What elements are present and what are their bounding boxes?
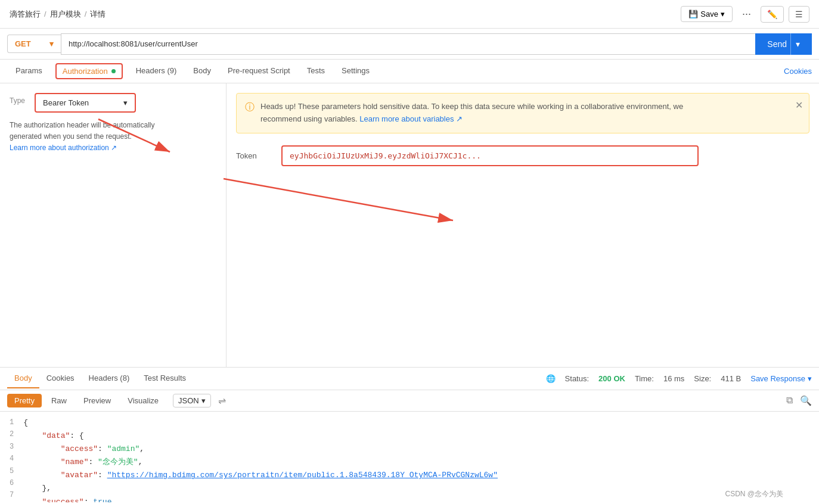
wrap-icon[interactable]: ⇌ [218, 395, 226, 406]
resp-tab-cookies[interactable]: Cookies [39, 369, 82, 388]
code-content: { "data": { "access": "admin", "name": "… [23, 416, 809, 497]
save-label: Save [700, 10, 718, 18]
tab-params[interactable]: Params [7, 60, 51, 82]
method-select[interactable]: GET ▾ [7, 35, 61, 53]
tab-cookies[interactable]: Cookies [784, 67, 812, 76]
auth-left-panel: Type Bearer Token ▾ The authorization he… [0, 83, 227, 367]
time-value: 16 ms [663, 374, 684, 383]
learn-more-link[interactable]: Learn more about authorization ↗ [10, 144, 117, 152]
resp-tab-headers[interactable]: Headers (8) [82, 369, 137, 388]
code-line-5: "avatar": "https://himg.bdimg.com/sys/po… [23, 469, 809, 482]
response-tabs: Body Cookies Headers (8) Test Results 🌐 … [0, 368, 819, 390]
code-line-6: }, [23, 482, 809, 495]
edit-button[interactable]: ✏️ [761, 6, 784, 23]
breadcrumb-sep2: / [85, 10, 87, 18]
send-button[interactable]: Send ▾ [755, 33, 812, 55]
format-chevron-icon: ▾ [201, 396, 206, 405]
tab-pre-request[interactable]: Pre-request Script [219, 60, 299, 82]
save-response-label: Save Response [750, 374, 805, 383]
response-status-bar: 🌐 Status: 200 OK Time: 16 ms Size: 411 B… [546, 374, 812, 383]
type-dropdown[interactable]: Bearer Token ▾ [35, 93, 136, 113]
info-banner: ⓘ Heads up! These parameters hold sensit… [236, 93, 809, 133]
send-chevron-icon[interactable]: ▾ [790, 33, 800, 55]
breadcrumb-part1: 滴答旅行 [10, 9, 41, 20]
code-line-4: "name": "念今为美", [23, 456, 809, 469]
code-line-3: "access": "admin", [23, 443, 809, 456]
size-label: Size: [694, 374, 711, 383]
status-label: Status: [565, 374, 589, 383]
info-text: Heads up! These parameters hold sensitiv… [260, 101, 801, 126]
info-link[interactable]: Learn more about variables ↗ [359, 114, 463, 123]
type-label: Type [10, 97, 25, 105]
tab-settings[interactable]: Settings [333, 60, 378, 82]
code-line-7: "success": true [23, 496, 809, 502]
resp-tab-test-results[interactable]: Test Results [136, 369, 193, 388]
save-response-button[interactable]: Save Response ▾ [750, 374, 812, 383]
auth-right-panel: ⓘ Heads up! These parameters hold sensit… [227, 83, 819, 367]
format-select[interactable]: JSON ▾ [173, 394, 211, 407]
time-label: Time: [635, 374, 654, 383]
search-icon[interactable]: 🔍 [800, 395, 812, 406]
tab-authorization[interactable]: Authorization [55, 63, 123, 79]
response-format-tabs: Pretty Raw Preview Visualize JSON ▾ ⇌ ⧉ … [0, 390, 819, 412]
type-dropdown-chevron: ▾ [123, 98, 128, 107]
tab-tests[interactable]: Tests [299, 60, 333, 82]
tab-body[interactable]: Body [185, 60, 219, 82]
save-response-chevron: ▾ [808, 374, 812, 383]
token-input[interactable] [281, 145, 699, 166]
globe-icon: 🌐 [546, 374, 556, 383]
url-input[interactable] [61, 33, 755, 55]
format-value: JSON [178, 396, 199, 405]
method-chevron-icon: ▾ [49, 39, 54, 48]
copy-icon[interactable]: ⧉ [786, 395, 793, 406]
info-close-button[interactable]: ✕ [795, 99, 803, 111]
breadcrumb-sep1: / [44, 10, 46, 18]
auth-active-dot [111, 69, 116, 73]
message-button[interactable]: ☰ [789, 6, 809, 23]
response-area: Body Cookies Headers (8) Test Results 🌐 … [0, 367, 819, 504]
save-chevron-icon: ▾ [721, 10, 725, 18]
breadcrumb-part3: 详情 [90, 9, 106, 20]
code-line-1: { [23, 416, 809, 430]
info-icon: ⓘ [245, 101, 255, 114]
resp-tab-body[interactable]: Body [7, 369, 39, 388]
type-dropdown-value: Bearer Token [43, 98, 89, 107]
breadcrumb-part2: 用户模块 [50, 9, 81, 20]
method-value: GET [15, 39, 31, 48]
code-line-2: "data": { [23, 430, 809, 443]
format-tab-visualize[interactable]: Visualize [120, 394, 166, 407]
auth-description: The authorization header will be automat… [10, 121, 154, 141]
more-button[interactable]: ··· [737, 5, 756, 23]
save-icon: 💾 [688, 10, 698, 18]
breadcrumb: 滴答旅行 / 用户模块 / 详情 [10, 9, 106, 20]
format-tab-raw[interactable]: Raw [44, 394, 74, 407]
auth-auto-text: The authorization header will be automat… [10, 120, 216, 154]
line-numbers: 1234567 [10, 416, 14, 497]
request-tabs: Params Authorization Headers (9) Body Pr… [0, 60, 819, 83]
tab-auth-label: Authorization [63, 67, 108, 76]
format-tab-pretty[interactable]: Pretty [7, 394, 42, 407]
token-label: Token [236, 151, 272, 160]
watermark: CSDN @念今为美 [725, 489, 783, 499]
send-label: Send [767, 39, 787, 49]
status-value: 200 OK [598, 374, 625, 383]
tab-headers[interactable]: Headers (9) [128, 60, 185, 82]
save-button[interactable]: 💾 Save ▾ [681, 6, 733, 22]
response-code-body: 1234567 { "data": { "access": "admin", "… [0, 412, 819, 502]
token-row: Token [236, 145, 809, 166]
size-value: 411 B [721, 374, 741, 383]
format-tab-preview[interactable]: Preview [76, 394, 118, 407]
